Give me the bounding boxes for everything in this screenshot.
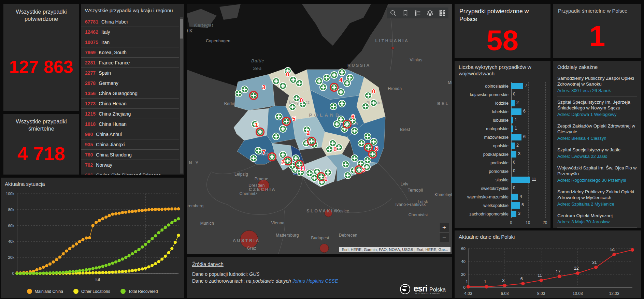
hospital-item[interactable]: Centrum Opieki MedycznejAdres: 3 Maja 70… bbox=[557, 210, 637, 228]
hospital-marker-icon[interactable] bbox=[344, 172, 351, 179]
hospital-marker-icon[interactable] bbox=[338, 89, 344, 95]
hospital-address-link[interactable]: Adres: Szpitalna 2 Myślenice bbox=[557, 201, 637, 207]
hospital-item[interactable]: Wojewódzki Szpital Im. Św. Ojca Pio w Pr… bbox=[557, 162, 637, 186]
poland-map[interactable]: KattegatRKCopenhagenBalticSeaLITHUANIAVi… bbox=[187, 4, 452, 254]
hospital-address-link[interactable]: Adres: Rogozińskiego 30 Przemyśl bbox=[557, 178, 637, 183]
hospital-marker-icon[interactable] bbox=[351, 128, 358, 134]
list-item[interactable]: 696Cruise Ship Diamond Princess bbox=[81, 170, 179, 175]
source-label: Dane o zachorowaniach: bbox=[192, 278, 246, 284]
hospital-marker-icon[interactable] bbox=[306, 170, 313, 177]
data-point bbox=[72, 244, 75, 248]
data-point bbox=[58, 255, 61, 258]
hospital-marker-icon[interactable] bbox=[323, 74, 330, 81]
data-point bbox=[170, 247, 173, 250]
hospital-marker-icon[interactable] bbox=[293, 95, 300, 102]
hospital-marker-icon[interactable] bbox=[339, 100, 345, 107]
hospital-marker-icon[interactable] bbox=[296, 80, 303, 87]
zoom-in-button[interactable]: + bbox=[439, 223, 449, 233]
outbreak-circle[interactable] bbox=[391, 47, 394, 49]
hospital-marker-icon[interactable] bbox=[344, 80, 350, 87]
data-point bbox=[81, 271, 84, 274]
hospital-item[interactable]: Szpital Specjalistyczny Im. Jędrzeja Śni… bbox=[557, 96, 637, 120]
scrollbar-thumb[interactable] bbox=[180, 19, 183, 39]
list-item[interactable]: 1215China Zhejiang bbox=[81, 109, 179, 119]
data-point bbox=[144, 267, 147, 270]
legend-item[interactable]: Other Locations bbox=[73, 289, 110, 294]
hospital-item[interactable]: Szpital Specjalistyczny w JaśleAdres: Lw… bbox=[557, 144, 637, 162]
hospital-address-link[interactable]: Adres: 3 Maja 70 Jarosław bbox=[557, 219, 637, 224]
hospital-address-link[interactable]: Adres: Lwowska 22 Jasło bbox=[557, 154, 637, 159]
hospital-marker-icon[interactable] bbox=[329, 140, 336, 147]
basemap-icon[interactable] bbox=[436, 8, 448, 18]
panel-situation-chart: Aktualna sytuacja 020k40k60k80k100klut M… bbox=[1, 178, 184, 298]
search-icon[interactable] bbox=[387, 8, 399, 18]
list-item[interactable]: 2078Germany bbox=[81, 78, 179, 88]
hospital-item[interactable]: Samodzielny Publiczny Zespół Opieki Zdro… bbox=[557, 73, 637, 96]
list-item[interactable]: 1356China Guangdong bbox=[81, 88, 179, 99]
bar-category-label: opolskie bbox=[458, 144, 511, 148]
source-label: Dane o populacji ludności: bbox=[192, 271, 249, 277]
hospital-marker-icon[interactable] bbox=[364, 133, 371, 140]
hospital-marker-icon[interactable] bbox=[326, 146, 333, 153]
legend-item[interactable]: Mainland China bbox=[27, 289, 63, 294]
hospital-marker-icon[interactable] bbox=[250, 155, 257, 162]
list-item[interactable]: 1273China Henan bbox=[81, 99, 179, 109]
map-label: Budapest bbox=[311, 236, 329, 240]
hospital-marker-icon[interactable] bbox=[280, 125, 286, 132]
hospital-address-link[interactable]: Adres: 800-Lecia 26 Sanok bbox=[557, 88, 637, 93]
hospital-address-link[interactable]: Adres: Bielska 4 Cieszyn bbox=[557, 136, 637, 141]
hospital-marker-icon[interactable] bbox=[241, 86, 248, 93]
hospital-marker-icon[interactable] bbox=[320, 84, 327, 91]
list-item[interactable]: 990China Anhui bbox=[81, 129, 179, 139]
hospital-marker-icon[interactable] bbox=[273, 78, 280, 85]
hospital-marker-icon[interactable] bbox=[275, 113, 282, 120]
hospital-marker-icon[interactable] bbox=[358, 140, 365, 147]
data-point bbox=[177, 217, 180, 220]
list-item[interactable]: 67781China Hubei bbox=[81, 17, 179, 27]
hospital-marker-icon[interactable] bbox=[364, 157, 371, 164]
hospital-item[interactable]: Zespół Zakładów Opieki Zdrowotnej w Cies… bbox=[557, 120, 637, 144]
list-item[interactable]: 12462Italy bbox=[81, 27, 179, 37]
hospital-marker-icon[interactable] bbox=[330, 103, 337, 110]
zoom-out-button[interactable]: − bbox=[439, 233, 449, 242]
hospital-marker-icon[interactable] bbox=[370, 100, 377, 106]
axis-tick-label: 20 bbox=[543, 220, 547, 225]
list-item[interactable]: 7869Korea, South bbox=[81, 47, 179, 58]
hospital-marker-icon[interactable] bbox=[325, 169, 331, 176]
list-item[interactable]: 702Norway bbox=[81, 160, 179, 170]
list-item[interactable]: 1018China Hunan bbox=[81, 119, 179, 129]
hospital-marker-icon[interactable] bbox=[333, 121, 340, 128]
panel-total-confirmed: Wszystkie przypadki potwierdzone 127 863 bbox=[3, 4, 79, 111]
hospital-marker-icon[interactable] bbox=[339, 69, 345, 76]
hospital-marker-icon[interactable] bbox=[235, 90, 242, 97]
hospital-marker-icon[interactable] bbox=[362, 103, 369, 110]
bar-row: wielkopolskie5 bbox=[458, 201, 548, 210]
bookmark-icon[interactable] bbox=[399, 8, 412, 18]
outbreak-circle[interactable] bbox=[320, 244, 329, 253]
hospital-address-link[interactable]: Adres: Dąbrowa 1 Wielogłowy bbox=[557, 112, 637, 117]
bar bbox=[511, 211, 516, 217]
list-item[interactable]: 935China Jiangxi bbox=[81, 139, 179, 150]
legend-item[interactable]: Total Recovered bbox=[120, 289, 158, 294]
list-item[interactable]: 2281France France bbox=[81, 58, 179, 68]
hospital-marker-icon[interactable] bbox=[255, 147, 262, 154]
hospital-marker-icon[interactable] bbox=[342, 161, 349, 168]
hospital-marker-icon[interactable] bbox=[365, 92, 372, 99]
bar-value-label: 5 bbox=[521, 203, 524, 207]
hospital-marker-icon[interactable] bbox=[289, 104, 296, 110]
scrollbar-track[interactable] bbox=[180, 17, 183, 174]
hospital-marker-icon[interactable] bbox=[290, 76, 297, 83]
layers-icon[interactable] bbox=[424, 8, 436, 18]
source-note: na podstawie danych bbox=[246, 278, 292, 284]
hospital-marker-icon[interactable] bbox=[316, 78, 323, 85]
list-item[interactable]: 10075Iran bbox=[81, 37, 179, 47]
legend-icon[interactable] bbox=[412, 8, 424, 18]
hospital-item[interactable]: Samodzielny Publiczny Zakład Opieki Zdro… bbox=[557, 186, 637, 210]
johns-hopkins-link[interactable]: Johns Hopkins CSSE bbox=[292, 278, 338, 284]
hospital-marker-icon[interactable] bbox=[351, 155, 358, 162]
list-item[interactable]: 760China Shandong bbox=[81, 150, 179, 160]
hospital-marker-icon[interactable] bbox=[280, 83, 286, 89]
hospital-marker-icon[interactable] bbox=[273, 133, 280, 140]
hospital-marker-icon[interactable] bbox=[331, 72, 338, 78]
list-item[interactable]: 2277Spain bbox=[81, 68, 179, 78]
